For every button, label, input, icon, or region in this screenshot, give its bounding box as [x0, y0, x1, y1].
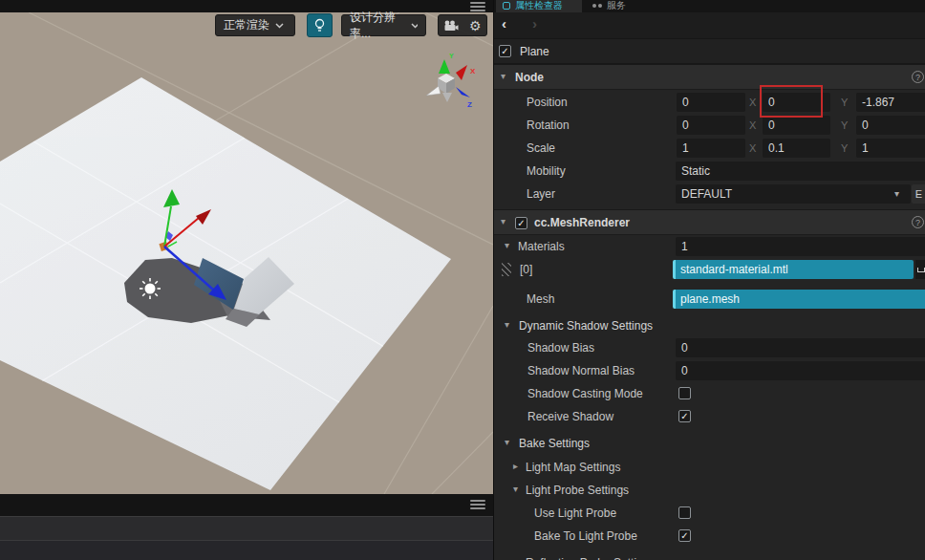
tab-service-label: 服务: [607, 1, 626, 11]
shadow-bias-label: Shadow Bias: [527, 341, 594, 355]
forward-button[interactable]: ›: [532, 15, 537, 32]
lightbulb-icon: [313, 18, 326, 33]
mobility-row: Mobility Static: [494, 160, 925, 183]
rotation-label: Rotation: [527, 118, 570, 132]
mobility-select[interactable]: Static: [676, 162, 925, 181]
tab-inspector[interactable]: 属性检查器: [496, 0, 582, 12]
chevron-right-icon[interactable]: ▸: [513, 461, 518, 471]
scene-viewport[interactable]: Y X Z 正常渲染: [0, 0, 493, 560]
sun-light-icon[interactable]: [140, 278, 161, 299]
chevron-down-icon: [275, 23, 284, 29]
reflection-probe-settings-label: Reflection Probe Settings: [526, 556, 655, 560]
bottom-panel-row2: [0, 541, 493, 560]
editor-window: Y X Z 正常渲染: [0, 0, 925, 560]
drag-handle-icon[interactable]: [502, 263, 511, 276]
shadow-normal-bias-row: Shadow Normal Bias 0: [494, 359, 925, 382]
scale-y-field[interactable]: 0.1: [763, 139, 830, 158]
layer-label: Layer: [527, 187, 555, 201]
chevron-right-icon[interactable]: ▸: [513, 556, 518, 560]
materials-count-field[interactable]: 1: [676, 237, 925, 256]
mesh-label: Mesh: [527, 292, 554, 306]
receive-shadow-label: Receive Shadow: [527, 410, 613, 423]
rotation-x-field[interactable]: 0: [677, 116, 745, 135]
use-light-probe-checkbox[interactable]: [678, 506, 691, 519]
axis-x-label: X: [749, 119, 756, 131]
light-map-settings-label: Light Map Settings: [526, 461, 620, 474]
viewport-bottom-bar: [0, 494, 493, 516]
rotation-y-field[interactable]: 0: [763, 116, 830, 135]
reflection-probe-settings-row[interactable]: ▸ Reflection Probe Settings: [494, 551, 925, 560]
mesh-renderer-header[interactable]: ▾ ✓ cc.MeshRenderer ?: [494, 209, 925, 235]
mesh-row: Mesh plane.mesh: [494, 288, 925, 311]
bake-settings-title: Bake Settings: [519, 437, 590, 450]
bottom-panel-menu-icon[interactable]: [470, 500, 485, 509]
material-0-row: [0] standard-material.mtl: [494, 258, 925, 281]
use-light-probe-row: Use Light Probe: [494, 502, 925, 525]
position-label: Position: [527, 96, 568, 109]
viewport-menu-icon[interactable]: [470, 2, 485, 11]
shadow-casting-mode-row: Shadow Casting Mode: [494, 382, 925, 405]
back-button[interactable]: ‹: [502, 15, 506, 32]
axis-z-label: Z: [467, 100, 472, 109]
resolution-label: 设计分辨率...: [350, 10, 405, 42]
shadow-casting-mode-checkbox[interactable]: [678, 387, 691, 399]
layer-edit-button[interactable]: E: [912, 184, 925, 204]
bake-to-light-probe-row: Bake To Light Probe ✓: [494, 525, 925, 548]
help-icon[interactable]: ?: [912, 71, 924, 83]
dynamic-shadow-header[interactable]: ▾ Dynamic Shadow Settings: [494, 314, 925, 337]
resolution-dropdown[interactable]: 设计分辨率...: [341, 14, 426, 36]
layer-row: Layer DEFAULT ▾ E: [494, 183, 925, 205]
shadow-bias-field[interactable]: 0: [676, 338, 925, 357]
rotation-z-field[interactable]: 0: [856, 116, 925, 135]
render-mode-dropdown[interactable]: 正常渲染: [215, 14, 295, 36]
axis-y-label: Y: [841, 142, 848, 154]
axis-x-label: X: [470, 67, 476, 75]
shadow-casting-mode-label: Shadow Casting Mode: [527, 387, 643, 400]
chevron-down-icon[interactable]: ▾: [501, 71, 506, 81]
position-x-field[interactable]: 0: [677, 93, 745, 112]
light-map-settings-row[interactable]: ▸ Light Map Settings: [494, 456, 925, 479]
tab-service[interactable]: 服务: [586, 0, 651, 12]
position-row: Position 0 X 0 Y -1.867: [494, 91, 925, 114]
scene-canvas[interactable]: Y X Z: [0, 12, 493, 494]
gear-icon[interactable]: ⚙: [469, 19, 482, 32]
scale-row: Scale 1 X 0.1 Y 1: [494, 137, 925, 160]
chevron-down-icon[interactable]: ▾: [505, 240, 509, 250]
scale-z-field[interactable]: 1: [856, 139, 925, 158]
node-section-header[interactable]: ▾ Node ?: [494, 64, 925, 90]
chevron-down-icon[interactable]: ▾: [505, 319, 509, 330]
inspector-tab-icon: [503, 2, 510, 10]
mesh-asset-field[interactable]: plane.mesh: [673, 290, 925, 309]
viewport-top-bar: [0, 0, 493, 12]
scale-x-field[interactable]: 1: [677, 139, 745, 158]
light-probe-settings-row[interactable]: ▾ Light Probe Settings: [494, 479, 925, 502]
chevron-down-icon[interactable]: ▾: [501, 216, 506, 226]
bake-to-light-probe-label: Bake To Light Probe: [534, 529, 637, 543]
panel-tab-bar: 属性检查器 服务: [494, 0, 925, 12]
chevron-down-icon[interactable]: ▾: [513, 484, 518, 494]
bake-settings-header[interactable]: ▾ Bake Settings: [494, 432, 925, 455]
mobility-label: Mobility: [527, 164, 566, 178]
receive-shadow-row: Receive Shadow ✓: [494, 405, 925, 428]
history-nav-row: ‹ ›: [494, 12, 925, 39]
position-z-field[interactable]: -1.867: [856, 93, 925, 112]
receive-shadow-checkbox[interactable]: ✓: [678, 410, 691, 422]
help-icon[interactable]: ?: [912, 216, 924, 228]
layer-select[interactable]: DEFAULT: [676, 184, 911, 204]
materials-row: ▾ Materials 1: [494, 235, 925, 258]
mesh-renderer-checkbox[interactable]: ✓: [515, 217, 527, 229]
asset-locate-icon[interactable]: [915, 260, 925, 279]
light-toggle-button[interactable]: [307, 13, 333, 37]
material-asset-field[interactable]: standard-material.mtl: [673, 260, 914, 279]
axis-x-label: X: [749, 97, 756, 108]
materials-label: Materials: [518, 240, 565, 253]
chevron-down-icon[interactable]: ▾: [505, 437, 509, 447]
shadow-normal-bias-label: Shadow Normal Bias: [527, 364, 635, 377]
camera-icon[interactable]: [443, 20, 459, 32]
bake-to-light-probe-checkbox[interactable]: ✓: [678, 529, 691, 542]
node-active-checkbox[interactable]: ✓: [499, 45, 511, 57]
render-mode-label: 正常渲染: [224, 17, 269, 33]
mesh-renderer-title: cc.MeshRenderer: [534, 216, 630, 229]
shadow-normal-bias-field[interactable]: 0: [676, 361, 925, 380]
chevron-down-icon[interactable]: ▾: [894, 188, 899, 199]
